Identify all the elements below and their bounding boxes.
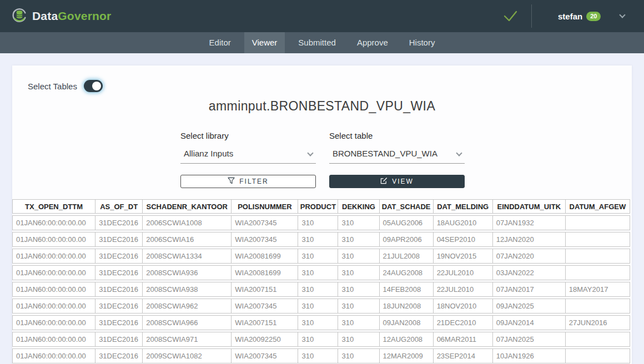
table-cell: 01JAN60:00:00:00.00 — [12, 232, 95, 247]
table-cell: 01JAN60:00:00:00.00 — [12, 299, 95, 314]
tab-approve[interactable]: Approve — [349, 32, 396, 53]
table-cell: 01JAN60:00:00:00.00 — [12, 282, 95, 297]
table-cell: 09JAN2008 — [380, 315, 434, 330]
table-cell: 310 — [338, 332, 379, 347]
table-cell: 31DEC2016 — [95, 299, 143, 314]
table-cell: WIA2007151 — [232, 282, 298, 297]
table-select: Select table BRONBESTAND_VPU_WIA — [329, 131, 465, 164]
table-cell: 310 — [298, 215, 338, 230]
table-cell: 310 — [338, 215, 379, 230]
table-cell: 07JAN1932 — [493, 215, 566, 230]
table-cell: 310 — [338, 249, 379, 264]
table-cell: 310 — [338, 348, 379, 363]
tab-history[interactable]: History — [401, 32, 443, 53]
table-cell: 19NOV2015 — [434, 249, 493, 264]
table-cell — [566, 215, 630, 230]
table-cell: WIA2007345 — [232, 232, 298, 247]
table-cell: WIA2007345 — [232, 215, 298, 230]
table-select-label: Select table — [329, 131, 465, 140]
table-cell: 310 — [338, 232, 379, 247]
table-cell: 01JAN60:00:00:00.00 — [12, 265, 95, 280]
data-table: TX_OPEN_DTTMAS_OF_DTSCHADENR_KANTOORPOLI… — [12, 198, 630, 364]
table-cell: 22JUL2010 — [434, 282, 493, 297]
table-cell: 310 — [298, 282, 338, 297]
table-cell: 18NOV2010 — [434, 299, 493, 314]
table-cell — [566, 348, 630, 363]
table-row: 01JAN60:00:00:00.0031DEC20162008SCWIA971… — [12, 332, 630, 347]
select-tables-toggle[interactable] — [84, 80, 103, 92]
table-cell: 05AUG2006 — [380, 215, 434, 230]
table-cell: 2008SCWIA962 — [143, 299, 232, 314]
filter-button-label: FILTER — [239, 178, 268, 185]
table-cell: 07JAN2025 — [493, 332, 566, 347]
logo-text: DataGovernor — [32, 9, 111, 23]
column-header: DAT_MELDING — [434, 199, 493, 214]
table-cell: 01JAN60:00:00:00.00 — [12, 332, 95, 347]
library-select: Select library Allianz Inputs — [180, 131, 316, 164]
table-cell: 01JAN60:00:00:00.00 — [12, 249, 95, 264]
table-cell — [566, 299, 630, 314]
table-cell: 31DEC2016 — [95, 215, 143, 230]
column-header: DEKKING — [338, 199, 379, 214]
library-select-dropdown[interactable]: Allianz Inputs — [180, 148, 316, 164]
content-card: Select Tables amminput.BRONBESTAND_VPU_W… — [12, 65, 632, 364]
table-cell: 21JUL2008 — [380, 249, 434, 264]
column-header: SCHADENR_KANTOOR — [143, 199, 232, 214]
table-cell: 18JUN2008 — [380, 299, 434, 314]
table-cell: 01JAN60:00:00:00.00 — [12, 348, 95, 363]
table-cell: 22JUL2010 — [434, 265, 493, 280]
table-row: 01JAN60:00:00:00.0031DEC20162006SCWIA100… — [12, 215, 630, 230]
table-cell: 2009SCWIA1082 — [143, 348, 232, 363]
table-cell: 310 — [338, 299, 379, 314]
column-header: DATUM_AFGEW — [566, 199, 630, 214]
success-check-icon — [501, 8, 519, 27]
select-tables-label: Select Tables — [28, 82, 77, 91]
table-cell: 2008SCWIA938 — [143, 282, 232, 297]
table-cell: 31DEC2016 — [95, 249, 143, 264]
library-select-value: Allianz Inputs — [184, 149, 233, 158]
table-select-dropdown[interactable]: BRONBESTAND_VPU_WIA — [329, 148, 465, 164]
table-cell: 09JAN2025 — [493, 299, 566, 314]
tab-submitted[interactable]: Submitted — [290, 32, 344, 53]
table-cell: 07JAN2017 — [493, 282, 566, 297]
table-cell: 2006SCWIA1008 — [143, 215, 232, 230]
table-cell: 18MAY2017 — [566, 282, 630, 297]
table-cell: 01JAN60:00:00:00.00 — [12, 315, 95, 330]
table-cell: 31DEC2016 — [95, 232, 143, 247]
tab-viewer[interactable]: Viewer — [244, 32, 285, 53]
table-row: 01JAN60:00:00:00.0031DEC20162008SCWIA936… — [12, 265, 630, 280]
header-divider — [531, 4, 532, 28]
column-header: POLISNUMMER — [232, 199, 298, 214]
filter-button[interactable]: FILTER — [180, 175, 316, 188]
table-cell: WIA20092250 — [232, 332, 298, 347]
table-cell: 310 — [298, 299, 338, 314]
tab-editor[interactable]: Editor — [202, 32, 239, 53]
chevron-down-icon — [307, 150, 313, 156]
table-cell: 310 — [298, 315, 338, 330]
user-menu[interactable]: stefan 20 — [558, 0, 625, 32]
table-cell — [566, 232, 630, 247]
user-name: stefan — [558, 12, 582, 21]
table-cell: 07JAN2020 — [493, 249, 566, 264]
table-cell: 2008SCWIA971 — [143, 332, 232, 347]
table-cell: 310 — [338, 265, 379, 280]
table-cell: 23SEP2014 — [434, 348, 493, 363]
table-row: 01JAN60:00:00:00.0031DEC20162006SCWIA16W… — [12, 232, 630, 247]
table-header-row: TX_OPEN_DTTMAS_OF_DTSCHADENR_KANTOORPOLI… — [12, 199, 630, 214]
table-cell — [566, 265, 630, 280]
app-header: DataGovernor stefan 20 — [0, 0, 644, 32]
table-cell: 2006SCWIA16 — [143, 232, 232, 247]
table-cell: 310 — [338, 315, 379, 330]
view-button[interactable]: VIEW — [329, 175, 465, 188]
table-cell: 12JAN2020 — [493, 232, 566, 247]
table-cell: 310 — [298, 265, 338, 280]
chevron-down-icon — [620, 12, 626, 18]
table-cell: 12MAR2009 — [380, 348, 434, 363]
table-cell: 21DEC2010 — [434, 315, 493, 330]
table-cell: 31DEC2016 — [95, 282, 143, 297]
table-cell: 2008SCWIA1334 — [143, 249, 232, 264]
table-cell: 10JAN1926 — [493, 348, 566, 363]
table-cell: 12AUG2008 — [380, 332, 434, 347]
table-cell: 310 — [298, 232, 338, 247]
table-row: 01JAN60:00:00:00.0031DEC20162009SCWIA108… — [12, 348, 630, 363]
